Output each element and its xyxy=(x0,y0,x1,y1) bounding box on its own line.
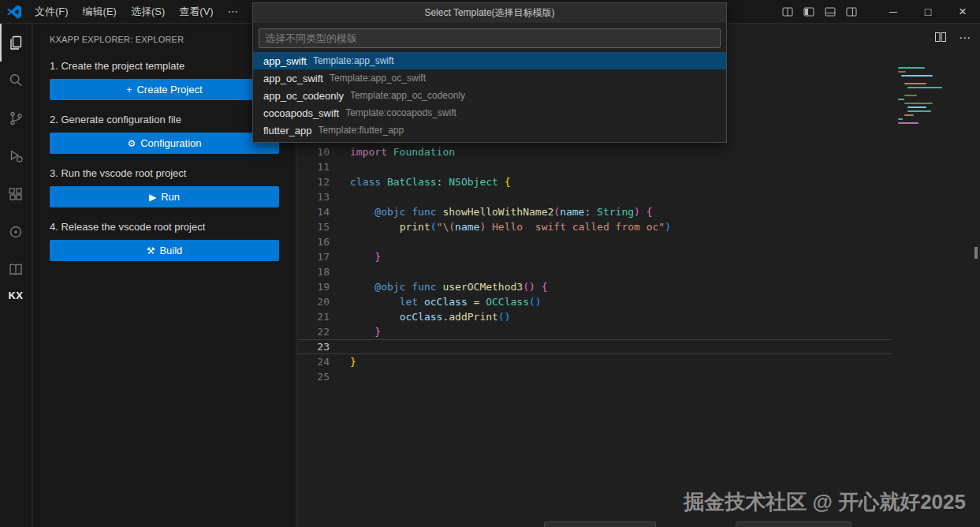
menu-item[interactable]: 选择(S) xyxy=(124,0,172,24)
activity-docs[interactable] xyxy=(0,251,32,289)
code-token: } xyxy=(374,251,381,263)
minimap[interactable] xyxy=(898,67,950,130)
activity-remote-explorer[interactable] xyxy=(0,213,32,251)
code-text xyxy=(330,369,350,384)
code-line[interactable]: 25 xyxy=(297,369,892,384)
minimize-button[interactable]: ─ xyxy=(876,0,911,24)
line-number: 25 xyxy=(297,369,330,384)
code-token: print xyxy=(400,221,430,233)
code-text: @objc func userOCMethod3() { xyxy=(330,279,547,294)
scrollbar-marker[interactable] xyxy=(974,247,978,259)
code-text: } xyxy=(330,354,356,369)
activity-explorer[interactable] xyxy=(0,24,32,62)
activity-search[interactable] xyxy=(0,62,32,99)
code-line[interactable]: 13 xyxy=(297,189,892,204)
code-line[interactable]: 12class BatClass: NSObject { xyxy=(297,174,892,189)
code-token: ) xyxy=(634,206,640,218)
code-text xyxy=(330,264,350,279)
kx-extension-logo[interactable]: KX xyxy=(8,290,23,301)
gear-icon: ⚙ xyxy=(127,139,136,148)
code-text: let ocClass = OCClass() xyxy=(330,294,542,309)
tools-icon: ⚒ xyxy=(147,246,155,256)
code-token: : xyxy=(584,206,597,218)
quickpick-item-description: Template:flutter_app xyxy=(318,125,404,136)
run-button[interactable]: ▶Run xyxy=(50,186,279,207)
code-token: Foundation xyxy=(393,146,455,158)
run-debug-icon xyxy=(7,148,24,165)
create-project-button[interactable]: +Create Project xyxy=(50,79,279,100)
menu-item[interactable]: 编辑(E) xyxy=(76,0,124,24)
activity-source-control[interactable] xyxy=(0,99,32,137)
titlebar-right: ─ □ × xyxy=(777,0,980,24)
button-label: Create Project xyxy=(136,84,202,95)
circle-ring-icon xyxy=(7,223,24,241)
split-editor-icon[interactable] xyxy=(934,31,947,43)
code-line[interactable]: 20 let ocClass = OCClass() xyxy=(297,294,892,309)
code-line[interactable]: 21 ocClass.addPrint() xyxy=(297,309,892,324)
code-line[interactable]: 16 xyxy=(297,234,892,249)
line-number: 11 xyxy=(297,159,330,174)
quickpick-input[interactable] xyxy=(259,28,721,48)
code-line[interactable]: 14 @objc func showHelloWithName2(name: S… xyxy=(297,204,892,219)
configuration-button[interactable]: ⚙Configuration xyxy=(50,133,279,154)
code-line[interactable]: 22 } xyxy=(297,324,892,339)
code-token: addPrint xyxy=(449,311,498,323)
code-area: 10import Foundation1112class BatClass: N… xyxy=(297,144,892,384)
menu-item[interactable]: 查看(V) xyxy=(172,0,220,24)
line-number: 10 xyxy=(297,144,330,159)
build-button[interactable]: ⚒Build xyxy=(50,240,279,261)
quickpick-item[interactable]: flutter_appTemplate:flutter_app xyxy=(253,121,726,139)
sidebar-section: 1. Create the project template+Create Pr… xyxy=(50,60,279,100)
quickpick-item[interactable]: app_oc_codeonlyTemplate:app_oc_codeonly xyxy=(253,87,726,104)
code-text: } xyxy=(330,249,381,264)
partial-button[interactable] xyxy=(544,521,656,527)
code-token: let xyxy=(400,296,424,308)
extensions-icon xyxy=(7,185,24,203)
search-icon xyxy=(7,72,24,89)
code-token: ( xyxy=(553,206,560,218)
close-button[interactable]: × xyxy=(945,0,980,24)
code-line[interactable]: 23 xyxy=(297,339,892,354)
minimap-line xyxy=(904,114,914,116)
code-token: } xyxy=(374,326,381,338)
toggle-primary-sidebar-icon[interactable] xyxy=(798,0,819,24)
code-token: @objc xyxy=(374,281,412,293)
minimap-line xyxy=(898,71,906,73)
code-token: name xyxy=(560,206,584,218)
activity-extensions[interactable] xyxy=(0,175,32,213)
minimap-line xyxy=(898,122,919,124)
code-line[interactable]: 10import Foundation xyxy=(297,144,892,159)
line-number: 19 xyxy=(297,279,330,294)
editor-more-actions-icon[interactable]: ⋯ xyxy=(959,32,971,43)
code-token: } xyxy=(350,356,356,368)
quickpick-item[interactable]: cocoapods_swiftTemplate:cocoapods_swift xyxy=(253,104,726,121)
code-text: class BatClass: NSObject { xyxy=(330,174,511,189)
code-text xyxy=(330,159,350,174)
code-line[interactable]: 24} xyxy=(297,354,892,369)
code-line[interactable]: 15 print("\(name) Hello swift called fro… xyxy=(297,219,892,234)
code-token: class xyxy=(350,176,387,188)
minimap-line xyxy=(907,87,942,88)
code-token xyxy=(535,281,542,293)
code-token: func xyxy=(412,206,442,218)
menu-item[interactable]: ⋯ xyxy=(221,0,245,24)
activity-run-debug[interactable] xyxy=(0,137,32,175)
code-line[interactable]: 17 } xyxy=(297,249,892,264)
minimap-line xyxy=(898,118,903,120)
partial-button[interactable] xyxy=(736,521,851,527)
quickpick-item[interactable]: app_oc_swiftTemplate:app_oc_swift xyxy=(253,69,726,87)
toggle-secondary-sidebar-icon[interactable] xyxy=(840,0,862,24)
code-line[interactable]: 11 xyxy=(297,159,892,174)
maximize-button[interactable]: □ xyxy=(911,0,945,24)
code-token: { xyxy=(647,206,653,218)
layout-controls xyxy=(777,0,862,24)
watermark: 掘金技术社区 @ 开心就好2025 xyxy=(684,488,966,516)
toggle-panel-icon[interactable] xyxy=(819,0,840,24)
code-line[interactable]: 18 xyxy=(297,264,892,279)
customize-layout-icon[interactable] xyxy=(777,0,798,24)
step-label: 4. Release the vscode root project xyxy=(50,221,279,233)
menu-item[interactable]: 文件(F) xyxy=(28,0,76,24)
code-token: String xyxy=(597,206,634,218)
code-line[interactable]: 19 @objc func userOCMethod3() { xyxy=(297,279,892,294)
quickpick-item[interactable]: app_swiftTemplate:app_swift xyxy=(253,52,726,69)
